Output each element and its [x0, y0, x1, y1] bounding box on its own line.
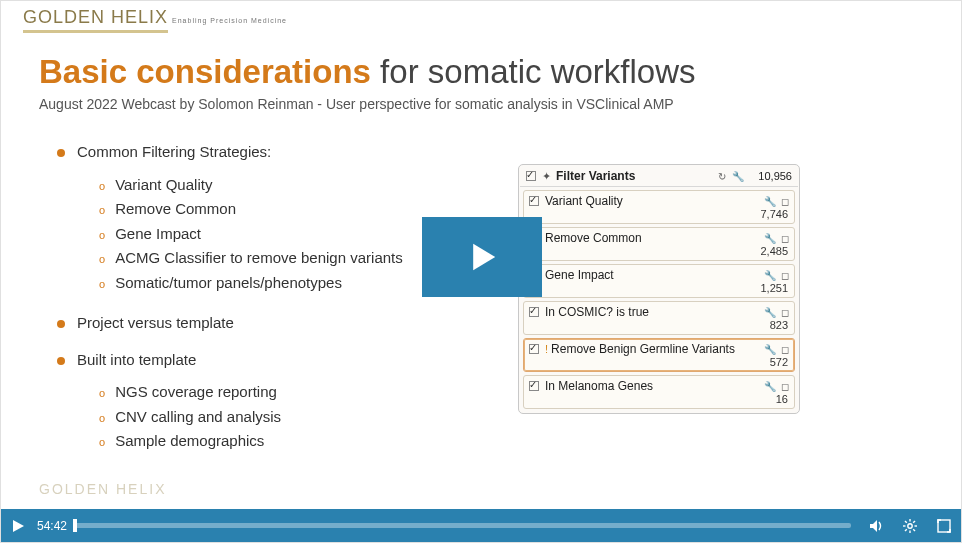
filter-variants-panel: ✦ Filter Variants ↻ 🔧 10,956 Variant Qua…	[518, 164, 800, 414]
svg-line-8	[905, 521, 907, 523]
filter-card-name: In Melanoma Genes	[545, 379, 759, 393]
bullet-3: Built into template	[59, 349, 489, 372]
wrench-icon[interactable]: 🔧	[764, 307, 776, 318]
filter-card[interactable]: !Remove Benign Germline Variants🔧◻572	[523, 338, 795, 372]
filter-card-name: Gene Impact	[545, 268, 759, 282]
volume-button[interactable]	[859, 509, 893, 542]
expand-icon[interactable]: ◻	[781, 307, 789, 318]
checkbox-icon[interactable]	[529, 196, 539, 206]
expand-icon[interactable]: ◻	[781, 270, 789, 281]
refresh-icon[interactable]: ↻	[718, 171, 726, 182]
svg-marker-1	[13, 520, 24, 532]
fullscreen-button[interactable]	[927, 509, 961, 542]
svg-point-3	[908, 523, 912, 527]
filter-panel-header[interactable]: ✦ Filter Variants ↻ 🔧 10,956	[520, 166, 798, 187]
play-button[interactable]	[422, 217, 542, 297]
expand-icon[interactable]: ◻	[781, 233, 789, 244]
bullet-list: Common Filtering Strategies: oVariant Qu…	[59, 141, 489, 471]
list-item: Remove Common	[115, 198, 236, 221]
filter-card-name: Remove Common	[545, 231, 759, 245]
svg-marker-2	[870, 520, 877, 532]
scrubber-knob[interactable]	[73, 519, 77, 532]
expand-icon[interactable]: ◻	[781, 196, 789, 207]
svg-rect-12	[938, 520, 950, 532]
logo-tagline: Enabling Precision Medicine	[172, 17, 287, 24]
list-item: Sample demographics	[115, 430, 264, 453]
filter-card-count: 7,746	[524, 208, 794, 223]
checkbox-icon[interactable]	[529, 307, 539, 317]
wrench-icon[interactable]: 🔧	[764, 233, 776, 244]
filter-card[interactable]: Variant Quality🔧◻7,746	[523, 190, 795, 224]
warning-icon: !	[545, 343, 548, 355]
brand-logo: GOLDEN HELIX Enabling Precision Medicine	[23, 7, 287, 33]
wrench-icon[interactable]: 🔧	[764, 270, 776, 281]
filter-card-count: 16	[524, 393, 794, 408]
filter-card-name: Variant Quality	[545, 194, 759, 208]
slide-subtitle: August 2022 Webcast by Solomon Reinman -…	[39, 96, 674, 112]
filter-card[interactable]: In Melanoma Genes🔧◻16	[523, 375, 795, 409]
logo-text: GOLDEN HELIX	[23, 7, 168, 33]
filter-card[interactable]: Gene Impact🔧◻1,251	[523, 264, 795, 298]
wrench-icon[interactable]: 🔧	[764, 381, 776, 392]
wrench-icon[interactable]: 🔧	[764, 196, 776, 207]
checkbox-icon[interactable]	[529, 344, 539, 354]
checkbox-icon[interactable]	[526, 171, 536, 181]
link-icon: ✦	[542, 170, 551, 183]
filter-card-count: 1,251	[524, 282, 794, 297]
list-item: CNV calling and analysis	[115, 406, 281, 429]
svg-line-10	[905, 529, 907, 531]
bullet-3-sublist: oNGS coverage reporting oCNV calling and…	[99, 381, 489, 453]
checkbox-icon[interactable]	[529, 381, 539, 391]
video-player-bar: 54:42	[1, 509, 961, 542]
filter-card-count: 2,485	[524, 245, 794, 260]
filter-panel-count: 10,956	[752, 170, 792, 182]
play-icon	[460, 235, 504, 279]
svg-line-9	[913, 529, 915, 531]
player-play-button[interactable]	[1, 509, 35, 542]
bullet-2: Project versus template	[59, 312, 489, 335]
volume-icon	[868, 518, 884, 534]
settings-button[interactable]	[893, 509, 927, 542]
wrench-icon[interactable]: 🔧	[732, 171, 744, 182]
bullet-1: Common Filtering Strategies:	[59, 141, 489, 164]
play-icon	[10, 518, 26, 534]
list-item: ACMG Classifier to remove benign variant…	[115, 247, 403, 270]
filter-card-name: Remove Benign Germline Variants	[551, 342, 759, 356]
filter-card[interactable]: In COSMIC? is true🔧◻823	[523, 301, 795, 335]
filter-card-count: 572	[524, 356, 794, 371]
fullscreen-icon	[936, 518, 952, 534]
player-time: 54:42	[37, 519, 67, 533]
title-rest: for somatic workflows	[371, 53, 696, 90]
filter-card[interactable]: Remove Common🔧◻2,485	[523, 227, 795, 261]
slide-title: Basic considerations for somatic workflo…	[39, 53, 696, 91]
footer-logo: GOLDEN HELIX	[39, 481, 166, 497]
filter-card-name: In COSMIC? is true	[545, 305, 759, 319]
gear-icon	[902, 518, 918, 534]
filter-panel-title: Filter Variants	[556, 169, 712, 183]
list-item: Variant Quality	[115, 174, 212, 197]
svg-line-11	[913, 521, 915, 523]
player-scrubber[interactable]	[73, 523, 851, 528]
list-item: NGS coverage reporting	[115, 381, 277, 404]
expand-icon[interactable]: ◻	[781, 381, 789, 392]
list-item: Somatic/tumor panels/phenotypes	[115, 272, 342, 295]
svg-marker-0	[473, 244, 495, 270]
expand-icon[interactable]: ◻	[781, 344, 789, 355]
filter-card-count: 823	[524, 319, 794, 334]
list-item: Gene Impact	[115, 223, 201, 246]
wrench-icon[interactable]: 🔧	[764, 344, 776, 355]
title-accent: Basic considerations	[39, 53, 371, 90]
